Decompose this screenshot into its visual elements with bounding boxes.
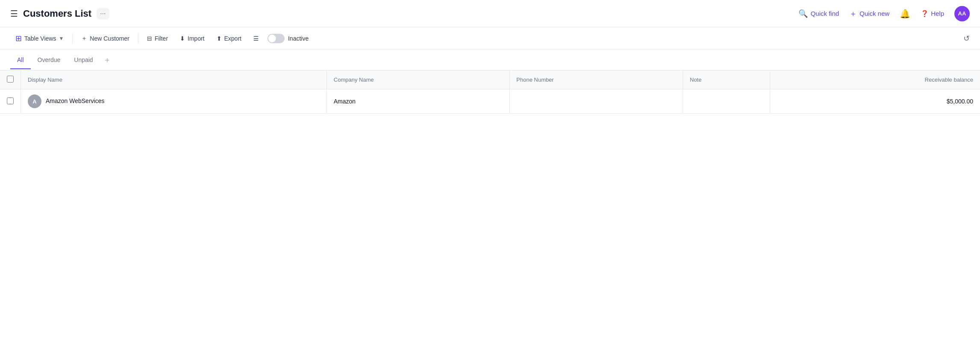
header-right: 🔍 Quick find ＋ Quick new 🔔 ❓ Help AA <box>798 6 970 21</box>
help-button[interactable]: ❓ Help <box>921 10 944 18</box>
table-views-button[interactable]: ⊞ Table Views ▼ <box>10 31 69 46</box>
tab-overdue[interactable]: Overdue <box>31 51 67 69</box>
divider-1 <box>72 33 73 44</box>
import-button[interactable]: ⬇ Import <box>175 32 210 44</box>
col-header-note: Note <box>683 71 770 89</box>
import-icon: ⬇ <box>180 35 185 42</box>
row-checkbox-cell <box>0 89 21 114</box>
notifications-icon[interactable]: 🔔 <box>900 9 910 19</box>
row-display-name-text: Amazon WebServices <box>46 97 104 104</box>
quick-new-button[interactable]: ＋ Quick new <box>849 9 889 19</box>
col-header-company-name: Company Name <box>327 71 510 89</box>
help-circle-icon: ❓ <box>921 10 929 18</box>
plus-icon: ＋ <box>849 9 857 19</box>
customers-table: Display Name Company Name Phone Number N… <box>0 71 980 114</box>
avatar[interactable]: AA <box>954 6 970 21</box>
col-header-display-name: Display Name <box>21 71 327 89</box>
select-all-checkbox[interactable] <box>7 76 14 83</box>
header-left: ☰ Customers List ··· <box>10 8 798 19</box>
col-header-check <box>0 71 21 89</box>
columns-icon[interactable]: ☰ <box>248 32 264 44</box>
inactive-toggle[interactable] <box>267 34 285 43</box>
divider-2 <box>138 33 138 44</box>
tab-all[interactable]: All <box>10 51 31 69</box>
add-tab-button[interactable]: ＋ <box>100 50 114 70</box>
table-icon: ⊞ <box>15 34 22 43</box>
col-header-receivable-balance: Receivable balance <box>770 71 980 89</box>
row-phone-number <box>509 89 683 114</box>
new-customer-button[interactable]: ＋ New Customer <box>76 32 135 45</box>
page-title: Customers List <box>23 8 91 19</box>
filter-button[interactable]: ⊟ Filter <box>142 32 173 44</box>
table-row[interactable]: AAmazon WebServicesAmazon$5,000.00 <box>0 89 980 114</box>
col-header-phone-number: Phone Number <box>509 71 683 89</box>
plus-icon: ＋ <box>81 35 87 42</box>
row-checkbox[interactable] <box>7 97 14 104</box>
inactive-label: Inactive <box>288 35 308 42</box>
hamburger-icon[interactable]: ☰ <box>10 9 18 19</box>
export-button[interactable]: ⬆ Export <box>211 32 246 44</box>
chevron-down-icon: ▼ <box>59 35 64 41</box>
search-icon: 🔍 <box>798 9 808 18</box>
quick-find-button[interactable]: 🔍 Quick find <box>798 9 839 18</box>
header: ☰ Customers List ··· 🔍 Quick find ＋ Quic… <box>0 0 980 27</box>
tab-unpaid[interactable]: Unpaid <box>67 51 100 69</box>
refresh-icon[interactable]: ↺ <box>963 34 970 43</box>
row-company-name: Amazon <box>327 89 510 114</box>
more-options-icon[interactable]: ··· <box>97 8 109 19</box>
row-display-name[interactable]: AAmazon WebServices <box>21 89 327 114</box>
table-header-row: Display Name Company Name Phone Number N… <box>0 71 980 89</box>
inactive-toggle-group: Inactive <box>267 34 308 43</box>
tabs-bar: All Overdue Unpaid ＋ <box>0 50 980 71</box>
row-note <box>683 89 770 114</box>
row-receivable-balance: $5,000.00 <box>770 89 980 114</box>
row-avatar: A <box>28 94 41 108</box>
toolbar: ⊞ Table Views ▼ ＋ New Customer ⊟ Filter … <box>0 27 980 50</box>
filter-icon: ⊟ <box>147 35 152 42</box>
export-icon: ⬆ <box>217 35 222 42</box>
